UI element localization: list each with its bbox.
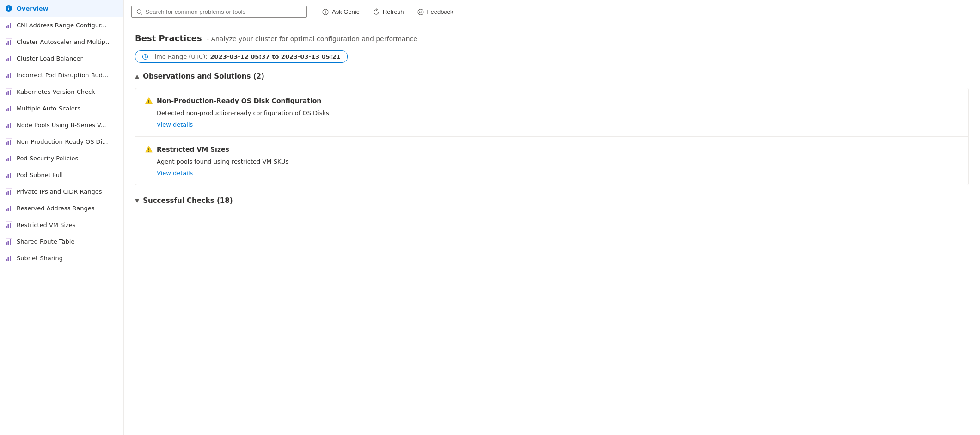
sidebar-item-label: Cluster Load Balancer	[17, 55, 83, 62]
chart-icon	[5, 187, 13, 196]
obs-card-description: Detected non-production-ready configurat…	[145, 110, 959, 116]
time-range-badge[interactable]: Time Range (UTC): 2023-03-12 05:37 to 20…	[135, 50, 348, 63]
warning-icon	[145, 97, 153, 105]
sidebar-item-label: Cluster Autoscaler and Multip...	[17, 38, 111, 45]
sidebar-item-multi-autoscalers[interactable]: Multiple Auto-Scalers	[0, 100, 123, 116]
sidebar-item-cni[interactable]: CNI Address Range Configur...	[0, 17, 123, 33]
svg-rect-57	[10, 239, 11, 245]
svg-rect-21	[10, 90, 11, 95]
feedback-button[interactable]: Feedback	[411, 6, 459, 18]
chart-icon	[5, 54, 13, 62]
svg-point-68	[421, 11, 422, 12]
sidebar-item-cluster-lb[interactable]: Cluster Load Balancer	[0, 50, 123, 67]
info-icon	[5, 4, 13, 12]
search-input[interactable]	[145, 8, 302, 15]
obs-card-view-details-link[interactable]: View details	[145, 170, 959, 177]
refresh-icon	[373, 8, 380, 16]
svg-rect-33	[10, 140, 11, 145]
svg-rect-61	[10, 256, 11, 261]
svg-rect-15	[6, 76, 7, 78]
chart-icon	[5, 121, 13, 129]
svg-rect-9	[10, 40, 11, 45]
page-subtitle: - Analyze your cluster for optimal confi…	[207, 35, 417, 43]
genie-icon	[322, 8, 329, 16]
chart-icon	[5, 71, 13, 79]
sidebar-item-pod-security[interactable]: Pod Security Policies	[0, 150, 123, 166]
svg-point-66	[418, 9, 423, 15]
svg-point-67	[419, 11, 420, 12]
svg-rect-11	[6, 59, 7, 61]
sidebar-item-k8s-version[interactable]: Kubernetes Version Check	[0, 83, 123, 100]
chart-icon	[5, 21, 13, 29]
clock-icon	[142, 54, 148, 60]
chart-icon	[5, 254, 13, 262]
svg-rect-5	[10, 23, 11, 28]
svg-rect-29	[10, 123, 11, 128]
svg-rect-32	[8, 141, 9, 145]
sidebar-item-restricted-vm[interactable]: Restricted VM Sizes	[0, 216, 123, 233]
svg-rect-42	[6, 172, 12, 172]
toolbar-buttons: Ask Genie Refresh Feedback	[316, 6, 459, 18]
svg-rect-17	[10, 73, 11, 78]
chart-icon	[5, 154, 13, 162]
sidebar-item-label: Pod Security Policies	[17, 155, 78, 162]
sidebar: Overview CNI Address Range Configur...	[0, 0, 124, 435]
page-header: Best Practices - Analyze your cluster fo…	[135, 33, 969, 43]
svg-rect-59	[6, 259, 7, 261]
svg-rect-28	[8, 124, 9, 128]
obs-card-title: Restricted VM Sizes	[157, 146, 229, 153]
svg-rect-27	[6, 126, 7, 128]
svg-rect-7	[6, 43, 7, 45]
ask-genie-label: Ask Genie	[332, 8, 360, 15]
sidebar-item-label: Private IPs and CIDR Ranges	[17, 188, 102, 195]
sidebar-item-reserved-addr[interactable]: Reserved Address Ranges	[0, 200, 123, 216]
sidebar-item-label: Pod Subnet Full	[17, 172, 63, 178]
sidebar-item-label: Reserved Address Ranges	[17, 205, 95, 212]
svg-rect-56	[8, 241, 9, 245]
svg-rect-10	[6, 38, 12, 39]
ask-genie-button[interactable]: Ask Genie	[316, 6, 365, 18]
sidebar-item-non-prod-os[interactable]: Non-Production-Ready OS Di...	[0, 133, 123, 150]
obs-card-view-details-link[interactable]: View details	[145, 121, 959, 128]
content-area: Best Practices - Analyze your cluster fo…	[124, 24, 980, 435]
chart-icon	[5, 37, 13, 46]
warning-icon	[145, 145, 153, 153]
svg-rect-13	[10, 56, 11, 61]
svg-rect-4	[8, 25, 9, 28]
svg-rect-3	[6, 26, 7, 28]
successful-section-header[interactable]: ▼ Successful Checks (18)	[135, 196, 969, 205]
svg-rect-50	[6, 205, 12, 205]
chart-icon	[5, 237, 13, 245]
sidebar-item-subnet-sharing[interactable]: Subnet Sharing	[0, 250, 123, 266]
sidebar-item-node-pools[interactable]: Node Pools Using B-Series V...	[0, 116, 123, 133]
svg-rect-14	[6, 55, 12, 55]
sidebar-item-shared-route[interactable]: Shared Route Table	[0, 233, 123, 250]
svg-rect-45	[10, 190, 11, 195]
svg-rect-60	[8, 257, 9, 261]
chart-icon	[5, 137, 13, 146]
sidebar-item-overview[interactable]: Overview	[0, 0, 123, 17]
observations-section-title: Observations and Solutions (2)	[143, 72, 264, 80]
sidebar-item-label: Node Pools Using B-Series V...	[17, 122, 106, 129]
svg-rect-49	[10, 206, 11, 211]
sidebar-item-cluster-autoscaler[interactable]: Cluster Autoscaler and Multip...	[0, 33, 123, 50]
refresh-button[interactable]: Refresh	[367, 6, 410, 18]
search-box[interactable]	[131, 6, 307, 18]
chevron-down-icon: ▼	[135, 197, 139, 204]
svg-rect-72	[148, 148, 149, 151]
svg-rect-20	[8, 91, 9, 95]
svg-rect-53	[10, 223, 11, 228]
sidebar-item-pod-subnet[interactable]: Pod Subnet Full	[0, 166, 123, 183]
svg-rect-44	[8, 191, 9, 195]
sidebar-item-pod-disruption[interactable]: Incorrect Pod Disruption Bud...	[0, 67, 123, 83]
chart-icon	[5, 87, 13, 96]
svg-rect-36	[8, 158, 9, 161]
obs-card-restricted-vm: Restricted VM Sizes Agent pools found us…	[135, 137, 968, 185]
sidebar-item-label: Subnet Sharing	[17, 255, 63, 262]
svg-rect-6	[6, 22, 12, 22]
main-content: Ask Genie Refresh Feedback	[124, 0, 980, 435]
observations-section-header[interactable]: ▲ Observations and Solutions (2)	[135, 72, 969, 80]
sidebar-item-private-ips[interactable]: Private IPs and CIDR Ranges	[0, 183, 123, 200]
svg-rect-31	[6, 142, 7, 145]
obs-card-header: Restricted VM Sizes	[145, 145, 959, 153]
